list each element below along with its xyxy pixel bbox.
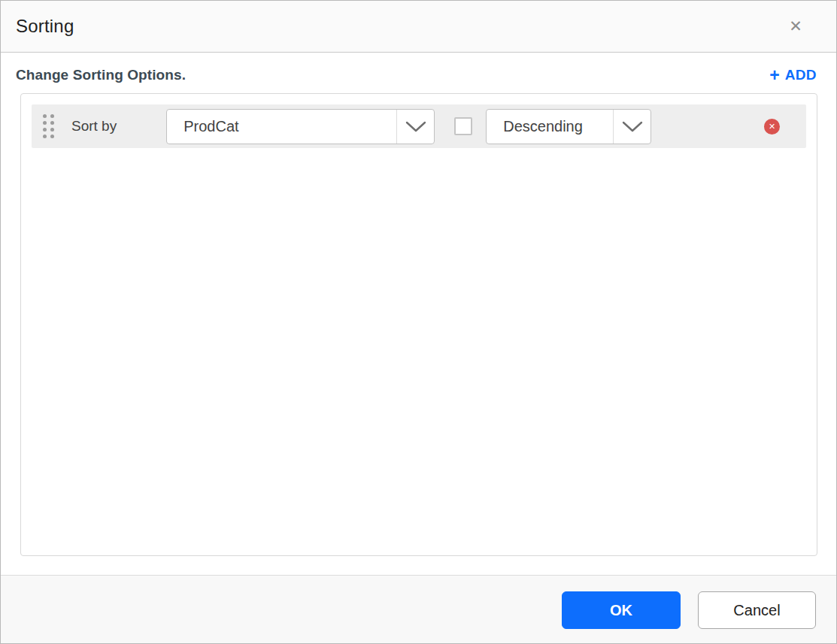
- add-button[interactable]: + ADD: [769, 67, 817, 83]
- plus-icon: +: [769, 67, 779, 83]
- dialog-title: Sorting: [16, 16, 74, 37]
- sort-by-label: Sort by: [71, 118, 117, 135]
- dialog-body: Change Sorting Options. + ADD Sort by Pr…: [1, 53, 836, 575]
- cancel-button[interactable]: Cancel: [698, 591, 816, 629]
- options-bar: Change Sorting Options. + ADD: [1, 53, 836, 83]
- instruction-text: Change Sorting Options.: [16, 67, 186, 83]
- sort-option-checkbox[interactable]: [454, 117, 472, 135]
- sorting-dialog: Sorting ✕ Change Sorting Options. + ADD …: [0, 0, 837, 644]
- chevron-down-icon[interactable]: [396, 110, 434, 144]
- sort-rules-panel: Sort by ProdCat Descending: [20, 93, 817, 556]
- ok-button[interactable]: OK: [562, 591, 681, 629]
- chevron-down-icon[interactable]: [613, 110, 650, 144]
- drag-handle-icon[interactable]: [43, 114, 54, 138]
- sort-direction-value: Descending: [487, 110, 613, 144]
- delete-row-icon[interactable]: ✕: [764, 119, 780, 135]
- dialog-header: Sorting ✕: [1, 1, 836, 53]
- sort-field-value: ProdCat: [167, 110, 396, 144]
- sort-direction-dropdown[interactable]: Descending: [486, 109, 651, 144]
- sort-field-dropdown[interactable]: ProdCat: [166, 109, 435, 144]
- close-icon[interactable]: ✕: [785, 16, 806, 37]
- add-button-label: ADD: [785, 67, 817, 83]
- sort-rule-row: Sort by ProdCat Descending: [32, 104, 806, 148]
- dialog-footer: OK Cancel: [1, 575, 836, 644]
